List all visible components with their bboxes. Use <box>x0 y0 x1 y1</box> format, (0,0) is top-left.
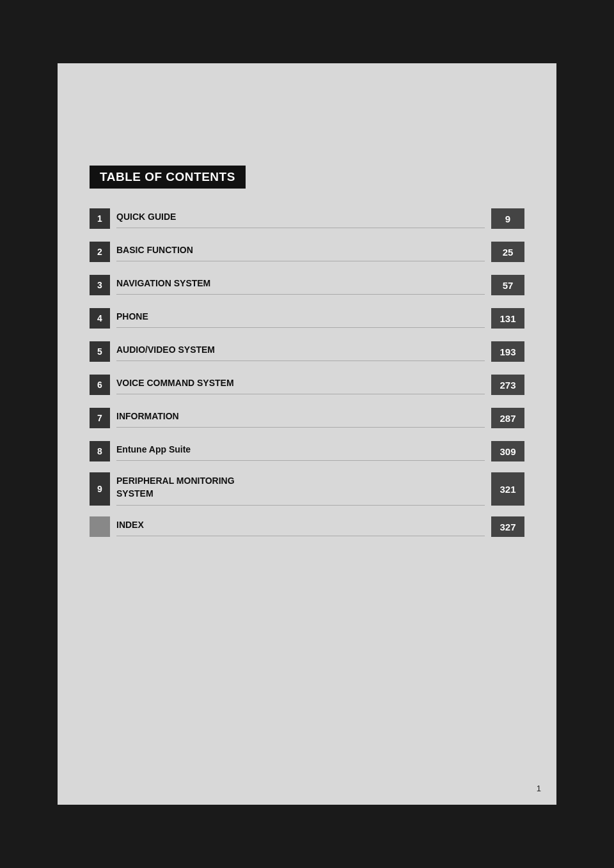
toc-num-3: 3 <box>90 275 110 295</box>
toc-row-2: 2 BASIC FUNCTION 25 <box>90 240 524 264</box>
toc-label-7: INFORMATION <box>116 410 179 422</box>
toc-label-3: NAVIGATION SYSTEM <box>116 277 210 289</box>
toc-row-10: INDEX 327 <box>90 515 524 539</box>
toc-page-9: 321 <box>491 472 524 506</box>
toc-page-7: 287 <box>491 408 524 428</box>
toc-page-1: 9 <box>491 208 524 229</box>
toc-row-9: 9 PERIPHERAL MONITORING SYSTEM 321 <box>90 472 524 506</box>
toc-page-8: 309 <box>491 441 524 461</box>
toc-list: 1 QUICK GUIDE 9 2 BASIC FUNCTION 25 3 NA… <box>90 206 524 539</box>
page-number: 1 <box>537 784 541 793</box>
toc-label-4: PHONE <box>116 311 148 322</box>
toc-label-9-line2: SYSTEM <box>116 488 235 500</box>
toc-page-3: 57 <box>491 275 524 295</box>
toc-num-5: 5 <box>90 341 110 362</box>
toc-title: TABLE OF CONTENTS <box>90 166 246 189</box>
toc-num-2: 2 <box>90 242 110 262</box>
toc-page-10: 327 <box>491 516 524 537</box>
toc-row-5: 5 AUDIO/VIDEO SYSTEM 193 <box>90 339 524 364</box>
toc-label-6: VOICE COMMAND SYSTEM <box>116 377 234 389</box>
toc-label-2: BASIC FUNCTION <box>116 244 193 256</box>
toc-num-10 <box>90 516 110 537</box>
toc-row-1: 1 QUICK GUIDE 9 <box>90 206 524 231</box>
toc-num-4: 4 <box>90 308 110 329</box>
toc-row-8: 8 Entune App Suite 309 <box>90 439 524 463</box>
toc-label-8: Entune App Suite <box>116 444 191 455</box>
toc-page-6: 273 <box>491 375 524 395</box>
toc-row-7: 7 INFORMATION 287 <box>90 406 524 430</box>
toc-page-2: 25 <box>491 242 524 262</box>
toc-label-1: QUICK GUIDE <box>116 211 176 222</box>
toc-num-9: 9 <box>90 472 110 506</box>
toc-label-5: AUDIO/VIDEO SYSTEM <box>116 344 215 355</box>
toc-page-4: 131 <box>491 308 524 329</box>
toc-page-5: 193 <box>491 341 524 362</box>
toc-label-9-line1: PERIPHERAL MONITORING <box>116 475 235 488</box>
toc-row-6: 6 VOICE COMMAND SYSTEM 273 <box>90 373 524 397</box>
toc-num-6: 6 <box>90 375 110 395</box>
toc-num-8: 8 <box>90 441 110 461</box>
toc-row-4: 4 PHONE 131 <box>90 306 524 330</box>
toc-num-1: 1 <box>90 208 110 229</box>
page-container: TABLE OF CONTENTS 1 QUICK GUIDE 9 2 BASI… <box>58 63 556 805</box>
toc-row-3: 3 NAVIGATION SYSTEM 57 <box>90 273 524 297</box>
toc-label-10: INDEX <box>116 519 144 531</box>
toc-num-7: 7 <box>90 408 110 428</box>
